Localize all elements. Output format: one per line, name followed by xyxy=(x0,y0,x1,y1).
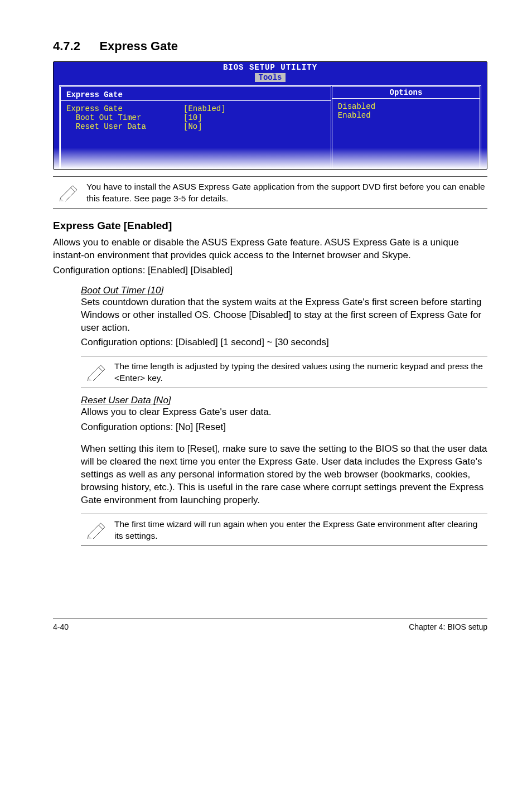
pencil-icon xyxy=(81,518,114,541)
body-text: Allows you to clear Express Gate's user … xyxy=(81,406,487,419)
bios-left-header: Express Gate xyxy=(66,90,325,99)
param-heading: Reset User Data [No] xyxy=(81,395,487,406)
body-text: Configuration options: [Disabled] [1 sec… xyxy=(81,336,487,349)
bios-key: Express Gate xyxy=(66,104,183,113)
note-box: You have to install the ASUS Express Gat… xyxy=(53,176,487,209)
chapter-label: Chapter 4: BIOS setup xyxy=(409,622,487,631)
subheading: Express Gate [Enabled] xyxy=(53,220,487,232)
body-text: Allows you to enable or disable the ASUS… xyxy=(53,236,487,262)
bios-options-header: Options xyxy=(332,87,480,99)
page-footer: 4-40 Chapter 4: BIOS setup xyxy=(53,619,487,631)
body-text: When setting this item to [Reset], make … xyxy=(81,443,487,507)
bios-val: [No] xyxy=(183,122,202,131)
bios-val: [10] xyxy=(183,113,202,122)
section-title: Express Gate xyxy=(99,39,178,53)
note-box: The time length is adjusted by typing th… xyxy=(81,356,487,388)
bios-row: Reset User Data [No] xyxy=(66,122,325,131)
section-heading: 4.7.2 Express Gate xyxy=(53,39,487,54)
pencil-icon xyxy=(53,180,86,204)
note-text: The time length is adjusted by typing th… xyxy=(114,360,487,384)
bios-row: Boot Out Timer [10] xyxy=(66,113,325,122)
param-heading: Boot Out Timer [10] xyxy=(81,285,487,296)
bios-tab: Tools xyxy=(255,73,285,82)
body-text: Configuration options: [No] [Reset] xyxy=(81,421,487,434)
bios-screenshot: BIOS SETUP UTILITY Tools Express Gate Ex… xyxy=(53,61,487,170)
page-number: 4-40 xyxy=(53,622,69,631)
body-text: Configuration options: [Enabled] [Disabl… xyxy=(53,264,487,277)
section-number: 4.7.2 xyxy=(53,39,80,54)
bios-row: Express Gate [Enabled] xyxy=(66,104,325,113)
note-text: You have to install the ASUS Express Gat… xyxy=(86,180,487,205)
body-text: Sets countdown duration that the system … xyxy=(81,296,487,335)
bios-val: [Enabled] xyxy=(183,104,226,113)
bios-key: Boot Out Timer xyxy=(66,113,183,122)
bios-option: Enabled xyxy=(338,111,474,120)
note-box: The first time wizard will run again whe… xyxy=(81,514,487,546)
bios-key: Reset User Data xyxy=(66,122,183,131)
pencil-icon xyxy=(81,360,114,383)
note-text: The first time wizard will run again whe… xyxy=(114,518,487,542)
bios-title: BIOS SETUP UTILITY xyxy=(54,63,487,72)
bios-option: Disabled xyxy=(338,102,474,111)
